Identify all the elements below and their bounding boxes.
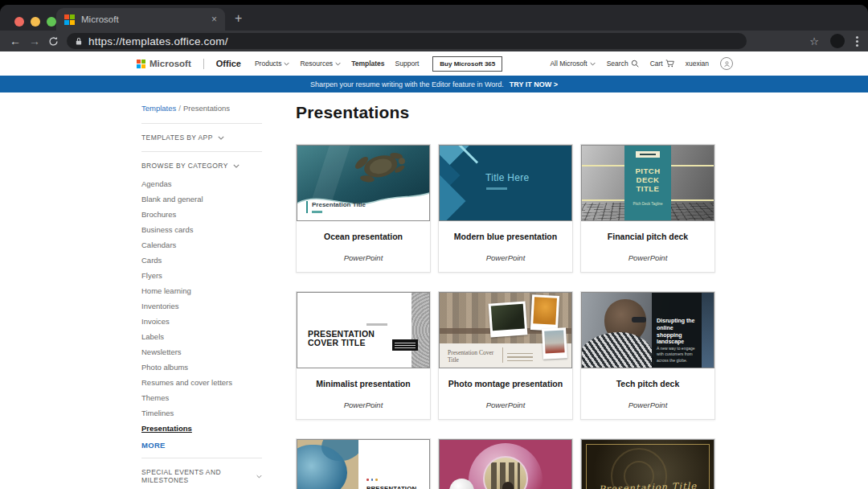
template-card-modern-blue[interactable]: Title Here Modern blue presentation Powe… xyxy=(438,144,573,273)
forward-icon[interactable]: → xyxy=(29,35,40,47)
chevron-down-icon xyxy=(590,62,596,66)
template-card-minimalist[interactable]: PRESENTATION COVER TITLE Minimalist pres… xyxy=(296,291,431,420)
category-cards[interactable]: Cards xyxy=(141,253,262,268)
category-brochures[interactable]: Brochures xyxy=(141,207,262,222)
template-app: PowerPoint xyxy=(439,253,572,262)
aerial-photo-decoration xyxy=(297,440,358,489)
breadcrumb: Templates/Presentations xyxy=(141,104,262,113)
category-business-cards[interactable]: Business cards xyxy=(141,222,262,237)
nav-templates[interactable]: Templates xyxy=(351,60,384,68)
new-tab-button[interactable]: + xyxy=(235,11,242,26)
browser-toolbar: ← → https://templates.office.com/ ☆ xyxy=(0,31,868,51)
toolbar-actions: ☆ xyxy=(809,34,858,48)
thumbnail-ocean: Presentation Title xyxy=(297,145,430,221)
template-card-aerial[interactable]: PRESENTATION TITLE HERE xyxy=(296,438,431,489)
template-name: Modern blue presentation xyxy=(439,232,572,241)
template-card-photo-montage[interactable]: Presentation Cover Title Photo montage p… xyxy=(438,291,573,420)
category-blank-and-general[interactable]: Blank and general xyxy=(141,191,262,207)
template-app: PowerPoint xyxy=(439,401,572,409)
maximize-window-button[interactable] xyxy=(47,17,56,27)
slide-title: Presentation Cover Title xyxy=(448,349,497,364)
promo-banner[interactable]: Sharpen your resume writing with the Edi… xyxy=(0,76,868,92)
browse-by-category-section[interactable]: BROWSE BY CATEGORY xyxy=(141,157,262,175)
category-themes[interactable]: Themes xyxy=(141,390,262,405)
page-title: Presentations xyxy=(296,103,719,122)
url-text: https://templates.office.com/ xyxy=(88,35,228,47)
bookmark-star-icon[interactable]: ☆ xyxy=(809,35,819,47)
category-calendars[interactable]: Calendars xyxy=(141,237,262,253)
template-name: Tech pitch deck xyxy=(581,379,714,388)
breadcrumb-templates-link[interactable]: Templates xyxy=(141,104,176,113)
browser-tab[interactable]: Microsoft × xyxy=(56,8,225,31)
address-bar[interactable]: https://templates.office.com/ xyxy=(67,33,747,49)
category-labels[interactable]: Labels xyxy=(141,329,262,344)
all-microsoft-menu[interactable]: All Microsoft xyxy=(550,60,595,68)
category-photo-albums[interactable]: Photo albums xyxy=(141,360,262,375)
category-agendas[interactable]: Agendas xyxy=(141,176,262,191)
category-resumes-and-cover-letters[interactable]: Resumes and cover letters xyxy=(141,375,262,390)
search-icon xyxy=(631,60,639,68)
chevron-down-icon xyxy=(284,62,289,66)
slide-subtitle-placeholder xyxy=(486,187,507,190)
microsoft-favicon xyxy=(64,14,75,25)
promo-cta-link[interactable]: TRY IT NOW > xyxy=(510,80,558,88)
account-avatar[interactable] xyxy=(720,57,733,70)
cart-button[interactable]: Cart xyxy=(650,60,674,68)
microsoft-logo-icon xyxy=(137,60,145,68)
divider xyxy=(141,458,262,458)
lake-decoration xyxy=(321,440,358,461)
templates-by-app-section[interactable]: TEMPLATES BY APP xyxy=(141,129,262,146)
minimize-window-button[interactable] xyxy=(31,17,40,27)
office-site-link[interactable]: Office xyxy=(216,59,241,68)
category-invoices[interactable]: Invoices xyxy=(141,314,262,329)
divider xyxy=(141,151,262,152)
tab-close-icon[interactable]: × xyxy=(211,14,217,24)
template-name: Financial pitch deck xyxy=(581,232,714,241)
card-meta: Photo montage presentation PowerPoint xyxy=(439,368,572,409)
account-username[interactable]: xuexian xyxy=(686,60,709,68)
accent-dots xyxy=(366,479,378,481)
nav-products[interactable]: Products xyxy=(255,60,290,68)
search-button[interactable]: Search xyxy=(607,60,639,68)
template-card-tech[interactable]: Disrupting the online shopping landscape… xyxy=(580,291,715,420)
category-inventories[interactable]: Inventories xyxy=(141,298,262,314)
close-window-button[interactable] xyxy=(14,17,24,27)
category-timelines[interactable]: Timelines xyxy=(141,405,262,421)
slide-title: Title Here xyxy=(485,172,530,183)
nav-resources[interactable]: Resources xyxy=(300,60,341,68)
tab-strip: Microsoft × + xyxy=(0,5,868,31)
nav-support[interactable]: Support xyxy=(395,60,420,68)
category-presentations-active[interactable]: Presentations xyxy=(141,421,262,436)
browser-profile-avatar[interactable] xyxy=(830,34,845,48)
more-link[interactable]: MORE xyxy=(141,436,262,453)
site-header: Microsoft Office Products Resources Temp… xyxy=(0,51,868,76)
thumbnail-magenta: Contoso xyxy=(439,439,572,489)
card-meta: Minimalist presentation PowerPoint xyxy=(297,368,430,409)
polaroid-photo xyxy=(542,327,567,360)
special-events-section[interactable]: SPECIAL EVENTS AND MILESTONES xyxy=(141,463,262,489)
slide-tagline: Pitch Deck Tagline xyxy=(633,202,663,207)
microsoft-brand[interactable]: Microsoft xyxy=(137,59,191,68)
template-name: Minimalist presentation xyxy=(297,379,430,388)
template-name: Photo montage presentation xyxy=(439,379,572,388)
category-home-learning[interactable]: Home learning xyxy=(141,283,262,298)
template-app: PowerPoint xyxy=(297,253,430,262)
template-card-financial[interactable]: PITCH DECK TITLE Pitch Deck Tagline Fina… xyxy=(580,144,715,273)
small-text-placeholder xyxy=(366,323,387,326)
lock-icon xyxy=(75,37,83,46)
thumbnail-vintage: Presentation Title xyxy=(581,439,714,489)
browser-menu-icon[interactable] xyxy=(856,36,858,47)
glasses-decoration xyxy=(632,317,646,323)
divider xyxy=(502,347,503,363)
template-card-magenta[interactable]: Contoso xyxy=(438,438,573,489)
category-flyers[interactable]: Flyers xyxy=(141,268,262,283)
buy-microsoft-365-button[interactable]: Buy Microsoft 365 xyxy=(432,56,502,72)
reload-icon[interactable] xyxy=(48,36,59,47)
slide-title: Disrupting the online shopping landscape xyxy=(657,318,697,346)
category-newsletters[interactable]: Newsletters xyxy=(141,344,262,360)
back-icon[interactable]: ← xyxy=(10,35,21,47)
chevron-down-icon xyxy=(218,136,224,140)
template-card-vintage[interactable]: Presentation Title xyxy=(580,438,715,489)
template-app: PowerPoint xyxy=(581,253,714,262)
template-card-ocean[interactable]: Presentation Title Ocean presentation Po… xyxy=(296,144,431,273)
